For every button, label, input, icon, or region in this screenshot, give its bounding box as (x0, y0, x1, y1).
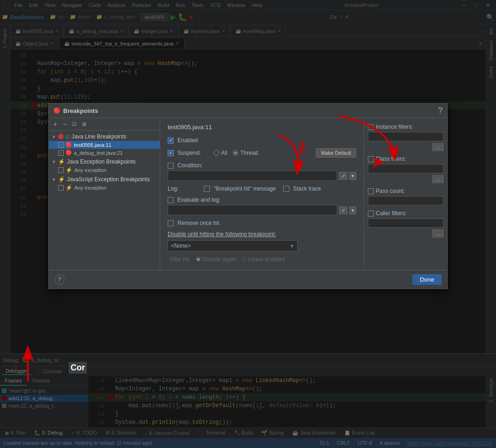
disable-until-section: Disable until hitting the following brea… (168, 231, 356, 251)
js-exception-bp-group: ▼ ⚡ JavaScript Exception Breakpoints ⚡ A… (49, 175, 160, 192)
log-stack-trace-label: Stack trace (293, 185, 321, 192)
condition-row: Condition: (168, 162, 356, 169)
remove-once-hit-label: Remove once hit (177, 220, 219, 226)
bp-item-any-exception[interactable]: ⚡ Any exception (49, 166, 160, 174)
bp-reference: test0905.java:11 (168, 124, 356, 131)
dialog-done-btn[interactable]: Done (412, 274, 442, 285)
bp-option-2[interactable]: ⊞ (80, 121, 88, 128)
java-exception-bp-group: ▼ ⚡ Java Exception Breakpoints ⚡ Any exc… (49, 158, 160, 174)
evaluate-log-row: Evaluate and log: (168, 197, 356, 203)
disable-until-label: Disable until hitting the following brea… (168, 231, 356, 237)
bp-filters-panel: Instance filters: … Class filters: … (364, 118, 447, 270)
log-row: Log: "Breakpoint hit" message Stack trac… (168, 185, 356, 192)
suspend-checkbox[interactable]: ✓ (168, 150, 174, 156)
after-hit-label: After hit: (170, 256, 190, 263)
evaluate-log-section: Evaluate and log: ⤢ ▾ (168, 197, 356, 215)
caller-filter-row: Caller filters: … (368, 210, 444, 237)
dialog-close-btn[interactable]: ? (438, 106, 443, 115)
condition-input-row: ⤢ ▾ (168, 171, 356, 181)
suspend-thread-radio[interactable]: Thread (233, 150, 258, 156)
log-stack-trace-checkbox[interactable] (283, 186, 289, 192)
make-default-btn[interactable]: Make Default (316, 148, 356, 158)
breakpoints-dialog: 🔴 Breakpoints ? + − ☑ ⊞ (48, 103, 448, 289)
condition-label: Condition: (177, 162, 210, 169)
evaluate-history-btn[interactable]: ▾ (349, 206, 356, 214)
disable-until-dropdown[interactable]: <None> ▼ (168, 240, 298, 251)
caller-filter-input[interactable] (368, 218, 444, 228)
instance-filter-row: Instance filters: … (368, 124, 444, 151)
js-exception-bp-header[interactable]: ▼ ⚡ JavaScript Exception Breakpoints (49, 175, 160, 184)
suspend-row: ✓ Suspend: All Thread (168, 148, 356, 158)
class-filter-input[interactable] (368, 164, 444, 173)
java-line-bp-group: ▼ ☑ Java Line Breakpoints ✓ 🔴 test0905.j… (49, 132, 160, 157)
leave-enabled-radio[interactable]: Leave enabled (241, 256, 285, 263)
condition-checkbox[interactable] (168, 163, 174, 169)
bp-item-js-any-exception[interactable]: ⚡ Any exception (49, 184, 160, 192)
bp-option-1[interactable]: ☑ (70, 121, 78, 128)
class-filter-browse[interactable]: … (432, 175, 444, 183)
condition-section: Condition: ⤢ ▾ (168, 162, 356, 181)
evaluate-log-checkbox[interactable] (168, 197, 174, 203)
dialog-help-btn[interactable]: ? (54, 275, 65, 285)
condition-history-btn[interactable]: ▾ (349, 172, 356, 180)
modal-overlay: 🔴 Breakpoints ? + − ☑ ⊞ (0, 0, 496, 448)
caller-filter-label: Caller filters: (368, 210, 444, 217)
log-bp-hit-checkbox[interactable] (204, 186, 210, 192)
disable-again-radio[interactable]: Disable again (196, 256, 236, 263)
pass-count-input[interactable] (368, 196, 444, 205)
pass-count-row: Pass count: (368, 188, 444, 205)
bp-settings-panel: test0905.java:11 ✓ Enabled ✓ Suspend: (160, 118, 364, 270)
java-exception-bp-header[interactable]: ▼ ⚡ Java Exception Breakpoints (49, 158, 160, 166)
after-hit-row: After hit: Disable again Leave enabled (168, 256, 356, 263)
bp-toolbar: + − ☑ ⊞ (49, 118, 160, 131)
suspend-radio-group: All Thread (214, 150, 258, 156)
remove-once-hit-row: Remove once hit (168, 220, 356, 226)
log-bp-hit-label: "Breakpoint hit" message (214, 185, 276, 192)
dialog-title-bar: 🔴 Breakpoints ? (49, 104, 447, 118)
condition-expand-btn[interactable]: ⤢ (339, 172, 347, 180)
dialog-title: Breakpoints (63, 107, 98, 114)
evaluate-log-label: Evaluate and log: (177, 197, 221, 203)
enabled-checkbox[interactable]: ✓ (168, 138, 174, 144)
evaluate-log-input-row: ⤢ ▾ (168, 205, 356, 215)
add-bp-btn[interactable]: + (52, 120, 59, 128)
enabled-row: ✓ Enabled (168, 137, 356, 144)
remove-once-hit-checkbox[interactable] (168, 220, 174, 226)
class-filter-row: Class filters: … (368, 156, 444, 183)
evaluate-log-input[interactable] (168, 205, 337, 215)
log-label: Log: (168, 185, 200, 192)
suspend-all-radio[interactable]: All (214, 150, 227, 156)
suspend-label: Suspend: (177, 150, 210, 156)
dialog-body: + − ☑ ⊞ ▼ ☑ Java Line Breakpoints (49, 118, 447, 270)
instance-filter-input[interactable] (368, 132, 444, 141)
class-filter-label: Class filters: (368, 156, 444, 162)
bp-list-panel: + − ☑ ⊞ ▼ ☑ Java Line Breakpoints (49, 118, 160, 270)
instance-filter-browse[interactable]: … (432, 143, 444, 151)
pass-count-label: Pass count: (368, 188, 444, 194)
enabled-label: Enabled (177, 137, 210, 144)
condition-input[interactable] (168, 171, 337, 181)
class-filter-checkbox[interactable] (368, 156, 374, 162)
caller-filter-browse[interactable]: … (432, 230, 444, 237)
pass-count-checkbox[interactable] (368, 188, 374, 194)
bp-item-a-debug-test-21[interactable]: ✓ 🔴 a_debug_test.java:21 (49, 149, 160, 157)
java-line-bp-header[interactable]: ▼ ☑ Java Line Breakpoints (49, 132, 160, 141)
caller-filter-checkbox[interactable] (368, 211, 374, 217)
remove-bp-btn[interactable]: − (61, 120, 68, 128)
instance-filter-checkbox[interactable] (368, 124, 374, 130)
instance-filter-label: Instance filters: (368, 124, 444, 130)
bp-item-test0905-11[interactable]: ✓ 🔴 test0905.java:11 (49, 141, 160, 149)
evaluate-expand-btn[interactable]: ⤢ (339, 206, 347, 214)
dialog-footer: ? Done (49, 270, 447, 289)
bp-tree: ▼ ☑ Java Line Breakpoints ✓ 🔴 test0905.j… (49, 131, 160, 270)
